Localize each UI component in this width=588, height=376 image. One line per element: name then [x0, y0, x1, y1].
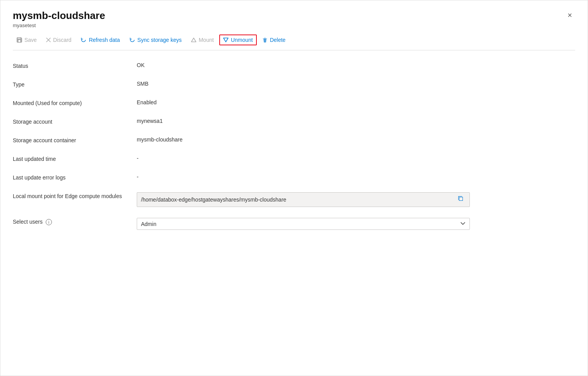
toolbar: Save Discard Refresh data Sync storage k… — [13, 30, 575, 50]
mount-label: Mount — [199, 37, 214, 43]
field-value-4: mysmb-cloudshare — [137, 136, 575, 143]
field-value-7: /home/databox-edge/hostgatewayshares/mys… — [137, 192, 575, 207]
panel-header: mysmb-cloudshare myasetest × — [13, 10, 575, 28]
field-label-1: Type — [13, 81, 137, 88]
close-icon: × — [567, 11, 572, 19]
field-row-1: TypeSMB — [13, 75, 575, 94]
save-button[interactable]: Save — [13, 34, 41, 45]
unmount-icon — [223, 37, 229, 43]
field-label-3: Storage account — [13, 118, 137, 125]
field-row-5: Last updated time- — [13, 150, 575, 168]
field-value-0: OK — [137, 62, 575, 68]
panel-subtitle: myasetest — [13, 22, 105, 28]
chevron-down-icon — [460, 221, 466, 227]
discard-button[interactable]: Discard — [42, 34, 75, 45]
info-icon-8[interactable]: i — [46, 219, 52, 225]
unmount-label: Unmount — [231, 37, 253, 43]
mount-button[interactable]: Mount — [187, 34, 218, 45]
field-label-8: Select users i — [13, 218, 137, 225]
unmount-button[interactable]: Unmount — [219, 34, 257, 45]
field-row-2: Mounted (Used for compute)Enabled — [13, 94, 575, 112]
main-panel: mysmb-cloudshare myasetest × Save Discar… — [0, 0, 588, 376]
field-row-6: Last update error logs- — [13, 168, 575, 187]
refresh-label: Refresh data — [89, 37, 120, 43]
refresh-icon — [81, 37, 86, 43]
field-value-3: mynewsa1 — [137, 118, 575, 124]
copy-button-7[interactable] — [456, 195, 466, 204]
field-value-2: Enabled — [137, 99, 575, 105]
delete-label: Delete — [270, 37, 285, 43]
select-field-8[interactable]: Admin — [137, 218, 470, 230]
save-label: Save — [24, 37, 37, 43]
sync-button[interactable]: Sync storage keys — [126, 34, 186, 45]
content-area: StatusOKTypeSMBMounted (Used for compute… — [13, 50, 575, 241]
refresh-button[interactable]: Refresh data — [77, 34, 124, 45]
field-label-6: Last update error logs — [13, 174, 137, 181]
field-row-0: StatusOK — [13, 57, 575, 75]
mount-icon — [191, 37, 196, 43]
field-row-4: Storage account containermysmb-cloudshar… — [13, 131, 575, 150]
field-row-3: Storage accountmynewsa1 — [13, 112, 575, 131]
delete-button[interactable]: Delete — [258, 34, 289, 45]
field-label-2: Mounted (Used for compute) — [13, 99, 137, 106]
readonly-input-7: /home/databox-edge/hostgatewayshares/mys… — [137, 192, 470, 207]
title-group: mysmb-cloudshare myasetest — [13, 10, 105, 28]
save-icon — [17, 37, 22, 43]
discard-icon — [46, 38, 51, 42]
discard-label: Discard — [53, 37, 71, 43]
close-button[interactable]: × — [564, 10, 575, 21]
field-value-5: - — [137, 155, 575, 161]
sync-label: Sync storage keys — [138, 37, 182, 43]
panel-title: mysmb-cloudshare — [13, 10, 105, 22]
field-value-6: - — [137, 174, 575, 180]
field-label-4: Storage account container — [13, 136, 137, 143]
field-row-7: Local mount point for Edge compute modul… — [13, 187, 575, 212]
field-label-0: Status — [13, 62, 137, 69]
field-row-8: Select users iAdmin — [13, 212, 575, 235]
field-value-8[interactable]: Admin — [137, 218, 575, 230]
field-value-1: SMB — [137, 81, 575, 87]
field-label-5: Last updated time — [13, 155, 137, 162]
delete-icon — [262, 37, 268, 43]
sync-icon — [129, 37, 135, 43]
copy-icon — [458, 196, 464, 202]
field-label-7: Local mount point for Edge compute modul… — [13, 192, 137, 199]
